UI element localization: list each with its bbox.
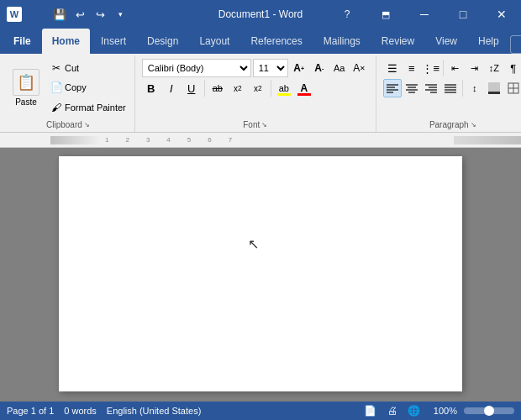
align-left-btn[interactable]	[383, 79, 402, 97]
language-status[interactable]: English (United States)	[107, 406, 202, 416]
clipboard-small-buttons: ✂ Cut 📄 Copy 🖌 Format Painter	[47, 59, 129, 117]
tell-me-btn[interactable]: 💡 Tell me...	[510, 35, 521, 54]
font-row-1: Calibri (Body) 11 A+ A- Aa A✕	[142, 59, 369, 77]
tab-references[interactable]: References	[240, 29, 312, 54]
font-color-btn[interactable]: A	[295, 79, 313, 97]
language: English (United States)	[107, 406, 202, 416]
shading-btn[interactable]	[485, 79, 503, 97]
font-size-select[interactable]: 11	[253, 59, 288, 77]
font-divider-1	[204, 80, 205, 97]
copy-icon: 📄	[50, 81, 62, 93]
document-page[interactable]: ↖	[59, 156, 462, 391]
view-mode-web-btn[interactable]: 🌐	[405, 402, 424, 420]
scissors-icon: ✂	[50, 62, 62, 74]
tab-design[interactable]: Design	[137, 29, 188, 54]
bullets-btn[interactable]: ☰	[383, 59, 402, 77]
clipboard-group-label: Clipboard	[46, 120, 82, 129]
restore-btn[interactable]: □	[444, 0, 482, 29]
paragraph-group-label: Paragraph	[429, 120, 469, 129]
superscript-btn[interactable]: x2	[249, 79, 267, 97]
increase-indent-btn[interactable]: ⇥	[466, 59, 484, 77]
clipboard-expand-icon[interactable]: ↘	[84, 121, 90, 129]
document-area: ↖	[0, 148, 521, 417]
align-center-btn[interactable]	[403, 79, 421, 97]
ribbon-display-btn[interactable]: ⬒	[366, 0, 405, 29]
decrease-indent-btn[interactable]: ⇤	[446, 59, 465, 77]
strikethrough-btn[interactable]: ab	[208, 79, 227, 97]
numbering-btn[interactable]: ≡	[403, 59, 421, 77]
cut-label: Cut	[65, 63, 79, 73]
word-icon: W	[7, 7, 22, 22]
copy-button[interactable]: 📄 Copy	[47, 80, 129, 95]
format-painter-icon: 🖌	[50, 102, 62, 113]
font-divider-2	[271, 80, 271, 97]
font-group-label: Font	[243, 120, 260, 129]
ribbon-tabs: File Home Insert Design Layout Reference…	[0, 29, 521, 54]
tab-view[interactable]: View	[425, 29, 467, 54]
sort-btn[interactable]: ↕Z	[485, 59, 503, 77]
close-btn[interactable]: ✕	[482, 0, 521, 29]
justify-btn[interactable]	[441, 79, 460, 97]
font-grow-btn[interactable]: A+	[290, 59, 308, 77]
page-status[interactable]: Page 1 of 1	[7, 406, 54, 416]
svg-rect-17	[488, 92, 500, 94]
copy-label: Copy	[65, 82, 87, 92]
multilevel-btn[interactable]: ⋮≡	[422, 59, 440, 77]
font-group: Calibri (Body) 11 A+ A- Aa A✕ B I U ab	[135, 55, 376, 132]
italic-btn[interactable]: I	[162, 79, 181, 97]
ribbon-body: 📋 Paste ✂ Cut 📄 Copy 🖌 Format Painter	[0, 54, 521, 133]
clear-formatting-btn[interactable]: A✕	[350, 59, 369, 77]
paragraph-group: ☰ ≡ ⋮≡ ⇤ ⇥ ↕Z ¶	[376, 55, 521, 132]
ruler: 1234567	[0, 133, 521, 148]
help-button[interactable]: ?	[328, 0, 366, 29]
tab-mailings[interactable]: Mailings	[313, 29, 371, 54]
window-controls: ? ⬒ ─ □ ✕	[328, 0, 521, 29]
show-hide-btn[interactable]: ¶	[504, 59, 521, 77]
font-shrink-btn[interactable]: A-	[310, 59, 329, 77]
paste-icon: 📋	[13, 69, 39, 96]
quick-access-toolbar: 💾 ↩ ↪ ▾	[50, 5, 129, 24]
font-row-2: B I U ab x2 x2 ab A	[142, 79, 313, 97]
view-mode-print-btn[interactable]: 🖨	[383, 402, 402, 420]
page-number: Page 1 of 1	[7, 406, 54, 416]
bold-btn[interactable]: B	[142, 79, 161, 97]
save-quick-btn[interactable]: 💾	[50, 5, 69, 24]
tab-help[interactable]: Help	[468, 29, 509, 54]
paste-label: Paste	[15, 97, 37, 107]
document-title: Document1 - Word	[218, 8, 303, 20]
redo-quick-btn[interactable]: ↪	[91, 5, 109, 24]
cut-button[interactable]: ✂ Cut	[47, 60, 129, 76]
line-spacing-btn[interactable]: ↕	[466, 79, 484, 97]
text-highlight-btn[interactable]: ab	[275, 79, 293, 97]
borders-btn[interactable]	[504, 79, 521, 97]
para-row-1: ☰ ≡ ⋮≡ ⇤ ⇥ ↕Z ¶	[383, 59, 521, 77]
zoom-slider[interactable]	[464, 407, 514, 414]
tab-layout[interactable]: Layout	[189, 29, 239, 54]
cursor-arrow: ↖	[248, 236, 259, 252]
quick-access-dropdown[interactable]: ▾	[111, 5, 129, 24]
word-count-status[interactable]: 0 words	[64, 406, 97, 416]
para-divider-2	[462, 80, 463, 97]
font-name-select[interactable]: Calibri (Body)	[142, 59, 251, 77]
underline-btn[interactable]: U	[182, 79, 201, 97]
view-mode-read-btn[interactable]: 📄	[361, 402, 380, 420]
word-count: 0 words	[64, 406, 97, 416]
tab-home[interactable]: Home	[42, 29, 90, 54]
title-bar: W 💾 ↩ ↪ ▾ Document1 - Word ? ⬒ ─ □ ✕	[0, 0, 521, 29]
font-expand-icon[interactable]: ↘	[261, 121, 267, 129]
para-row-2: ↕	[383, 79, 521, 97]
zoom-level: 100%	[434, 406, 457, 416]
change-case-btn[interactable]: Aa	[330, 59, 349, 77]
tab-insert[interactable]: Insert	[91, 29, 136, 54]
minimize-btn[interactable]: ─	[405, 0, 444, 29]
paragraph-expand-icon[interactable]: ↘	[471, 121, 476, 129]
align-right-btn[interactable]	[422, 79, 440, 97]
format-painter-button[interactable]: 🖌 Format Painter	[47, 100, 129, 115]
undo-quick-btn[interactable]: ↩	[71, 5, 89, 24]
tab-review[interactable]: Review	[371, 29, 424, 54]
status-bar: Page 1 of 1 0 words English (United Stat…	[0, 402, 521, 420]
clipboard-group: 📋 Paste ✂ Cut 📄 Copy 🖌 Format Painter	[2, 55, 135, 132]
tab-file[interactable]: File	[3, 29, 41, 54]
subscript-btn[interactable]: x2	[229, 79, 247, 97]
paste-button[interactable]: 📋 Paste	[7, 59, 45, 117]
